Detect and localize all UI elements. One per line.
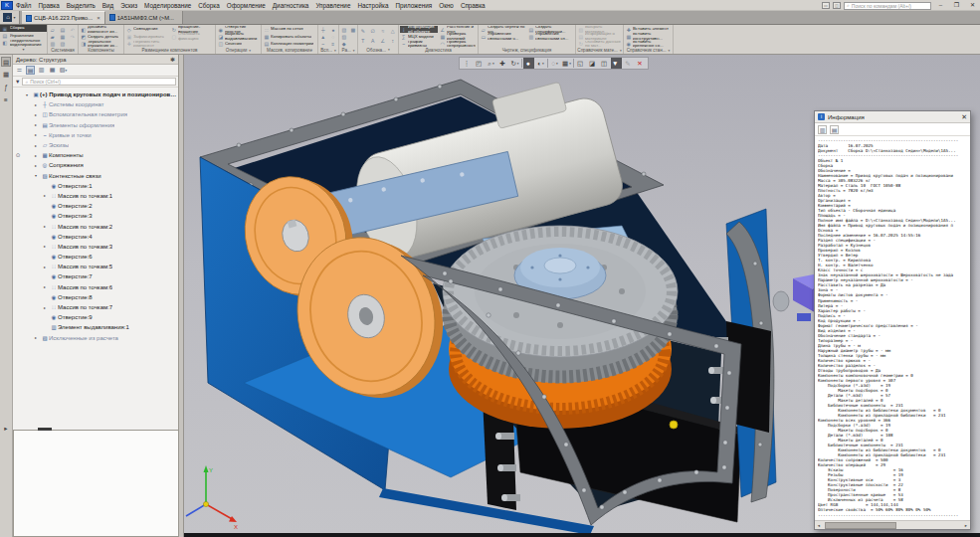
ribbon-button[interactable]: T bbox=[359, 36, 368, 46]
ribbon-button[interactable]: ▥ bbox=[49, 41, 58, 48]
ribbon-button[interactable]: ┼ bbox=[319, 26, 328, 33]
ribbon-button[interactable]: ◆ bbox=[340, 41, 348, 48]
ribbon-button[interactable]: ◫Сечение bbox=[217, 41, 260, 48]
info-panel-hscrollbar[interactable]: ◂ ▸ bbox=[815, 520, 970, 529]
ribbon-button[interactable] bbox=[170, 41, 214, 48]
viewport-tool-button[interactable]: ◐▾ bbox=[535, 58, 546, 69]
ribbon-button[interactable]: ∅ bbox=[369, 26, 378, 36]
ribbon-button[interactable]: ℹИнформация об объекте bbox=[400, 26, 438, 33]
tree-item[interactable]: ⊙ ▸ ▦ Компоненты bbox=[13, 150, 178, 160]
tree-view-mode-button[interactable]: ⚌ bbox=[15, 66, 24, 75]
ribbon-button[interactable]: ▱Создать чертеж по ша... bbox=[480, 26, 526, 33]
chevron-down-icon[interactable]: ▾ bbox=[0, 47, 47, 54]
chevron-down-icon[interactable]: ▾ bbox=[669, 49, 671, 53]
panel-switch-icon[interactable]: ≡ bbox=[1, 95, 11, 105]
scroll-right-icon[interactable]: ▸ bbox=[962, 523, 970, 528]
save-icon[interactable]: ▥ bbox=[818, 125, 827, 134]
viewport-tool-button[interactable]: ◱ bbox=[575, 58, 586, 69]
gear-icon[interactable]: ✱ bbox=[170, 56, 175, 63]
panel-switch-icon[interactable]: ▦ bbox=[1, 70, 11, 80]
tree-item[interactable]: ▸ ∷ Массив по точкам:3 bbox=[13, 242, 178, 252]
menu-item[interactable]: Справка bbox=[461, 2, 486, 9]
3d-viewport[interactable]: ⋮◰⌕▾✚↻▾●◐▾◌▾▦▾◱◪◫▼▾✎✕ bbox=[184, 55, 980, 537]
close-icon[interactable]: ✕ bbox=[961, 113, 967, 121]
viewport-tool-button[interactable] bbox=[521, 59, 522, 68]
ribbon-button[interactable]: ▤Информация о материале bbox=[577, 33, 622, 40]
ribbon-button[interactable]: ◠Проверка непрерывности bbox=[439, 41, 477, 48]
yellow-fitting[interactable] bbox=[670, 421, 678, 429]
ribbon-button[interactable]: ∷Массив по сетке bbox=[263, 26, 316, 33]
tree-item[interactable]: ▸ ▨ Исключенные из расчета bbox=[13, 333, 178, 343]
close-tab-icon[interactable]: × bbox=[97, 15, 100, 21]
home-button[interactable]: ⌂ ▾ bbox=[0, 11, 20, 24]
ribbon-button[interactable]: ✚Переместить компонент bbox=[125, 41, 169, 48]
ribbon-button[interactable]: А bbox=[369, 36, 378, 46]
viewport-tool-button[interactable]: ● bbox=[523, 58, 534, 69]
document-tab[interactable]: СЦБ-А16.223.Приво... × bbox=[22, 11, 105, 24]
tree-item[interactable]: ▾ ▣ (+) Привод круговых подач и позицион… bbox=[13, 90, 178, 99]
menu-item[interactable]: Моделирование bbox=[144, 2, 191, 9]
ribbon-button[interactable]: ▤Создать спецификаци... bbox=[527, 26, 574, 33]
ribbon-button[interactable]: ∠ bbox=[379, 36, 388, 46]
ribbon-button[interactable]: ◌ bbox=[329, 33, 338, 40]
tree-item[interactable]: ▸ ∷ Массив по точкам:6 bbox=[13, 282, 178, 292]
tree-item[interactable]: ◉ Отверстие:2 bbox=[13, 201, 178, 211]
tree-item[interactable]: ▸ ┼ Системы координат bbox=[13, 99, 178, 109]
ribbon-button[interactable]: ▧ bbox=[340, 26, 348, 33]
ribbon-mode-button[interactable]: ▣ Сборка bbox=[0, 25, 47, 32]
menu-item[interactable]: Настройка bbox=[357, 2, 388, 9]
ribbon-button[interactable]: ◩Создать деталь bbox=[80, 33, 122, 40]
viewport-tool-button[interactable]: ◰ bbox=[474, 58, 485, 69]
ribbon-button[interactable]: ▧ bbox=[59, 41, 68, 48]
ribbon-button[interactable]: ▦Вставить конструктивн... bbox=[625, 33, 672, 40]
viewport-tool-button[interactable]: ◪ bbox=[587, 58, 598, 69]
close-button[interactable]: ✕ bbox=[966, 1, 979, 10]
tree-item[interactable]: ◉ Отверстие:3 bbox=[13, 211, 178, 221]
menu-item[interactable]: Сборка bbox=[198, 2, 220, 9]
ribbon-button[interactable]: ▢Отключить фиксацию bbox=[170, 33, 214, 40]
menu-item[interactable]: Управление bbox=[315, 2, 350, 9]
info-panel-titlebar[interactable]: i Информация ✕ bbox=[815, 111, 970, 123]
tree-view-mode-button[interactable]: ▧▾ bbox=[59, 66, 68, 75]
ribbon-button[interactable]: ≡ bbox=[329, 41, 338, 48]
viewport-tool-button[interactable] bbox=[547, 59, 548, 68]
eye-icon[interactable]: ⊙ bbox=[13, 152, 23, 158]
panel-switch-icon[interactable]: ƒ bbox=[1, 83, 11, 92]
tree-view-mode-button[interactable]: ▥ bbox=[37, 66, 46, 75]
menu-item[interactable]: Вид bbox=[102, 2, 113, 9]
tree-item[interactable]: ▸ ∷ Массив по точкам:7 bbox=[13, 302, 178, 312]
ribbon-button[interactable]: ▨ bbox=[340, 33, 348, 40]
document-tab[interactable]: 1А51НМФ3.СМ (>М... bbox=[105, 11, 183, 24]
menu-item[interactable]: Эскиз bbox=[120, 2, 137, 9]
ribbon-button[interactable]: ↻Вращение-вращение bbox=[170, 26, 214, 33]
chevron-down-icon[interactable]: ▾ bbox=[388, 48, 390, 52]
ribbon-button[interactable]: ~График кривизны bbox=[400, 41, 438, 48]
viewport-tool-button[interactable]: ↻▾ bbox=[509, 58, 520, 69]
tree-item[interactable]: ▸ ▱ Эскизы bbox=[13, 140, 178, 150]
tree-item[interactable]: ◉ Отверстие:6 bbox=[13, 252, 178, 262]
ribbon-button[interactable]: ◨Зеркальное отражение ко... bbox=[80, 41, 122, 48]
ribbon-button[interactable]: ▦Копировать объекты bbox=[263, 33, 316, 40]
ribbon-button[interactable]: ~ bbox=[319, 41, 328, 48]
viewport-tool-button[interactable]: ◫ bbox=[599, 58, 610, 69]
menu-item[interactable]: Диагностика bbox=[273, 2, 309, 9]
ribbon-mode-button[interactable]: ▤ Управление bbox=[0, 32, 47, 39]
viewport-tool-button[interactable] bbox=[573, 59, 574, 68]
ribbon-button[interactable]: ▨Выбрать материал... bbox=[577, 26, 622, 33]
ribbon-button[interactable]: ▤Коллекция геометрии bbox=[263, 41, 316, 48]
ribbon-button[interactable]: ∑МЦХ модели bbox=[400, 33, 438, 40]
tree-item[interactable]: ▸ ◎ Сопряжения bbox=[13, 160, 178, 170]
ribbon-mode-button[interactable]: ◧ Твердотельное моделирование bbox=[0, 40, 47, 47]
ribbon-button[interactable]: ▥Управление связанными сп... bbox=[527, 33, 574, 40]
viewport-tool-button[interactable]: ✎ bbox=[623, 58, 634, 69]
chevron-down-icon[interactable]: ▾ bbox=[620, 49, 622, 53]
tree-item[interactable]: ▸ ▤ Элементы оформления bbox=[13, 120, 178, 130]
ribbon-button[interactable]: ▦ bbox=[59, 33, 68, 40]
tree-search-input[interactable]: ⌕ Поиск (Ctrl+/) bbox=[22, 78, 176, 86]
ribbon-button[interactable]: ◧Добавить компонент из... bbox=[80, 26, 122, 33]
tree-item[interactable]: ◉ Отверстие:7 bbox=[13, 271, 178, 281]
ribbon-button[interactable]: ∠Расстояние и угол bbox=[439, 26, 477, 33]
tree-item[interactable]: ▥ Элемент выдавливания:1 bbox=[13, 322, 178, 332]
housing-bottom-edge[interactable] bbox=[379, 488, 594, 533]
ribbon-button[interactable]: ◇Совпадение bbox=[125, 26, 169, 33]
